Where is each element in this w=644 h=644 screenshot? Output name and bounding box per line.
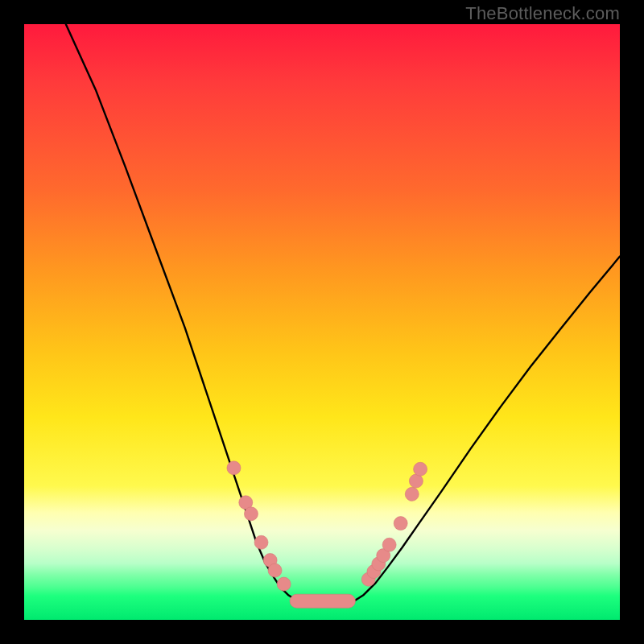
chart-stage: TheBottleneck.com [0, 0, 644, 644]
data-marker [414, 462, 427, 476]
attribution-text: TheBottleneck.com [465, 3, 620, 24]
data-marker [244, 507, 258, 521]
data-marker [227, 461, 241, 475]
plot-area [24, 24, 620, 620]
curve-layer [24, 24, 620, 620]
data-marker [382, 538, 396, 551]
bottleneck-curve [66, 24, 620, 603]
floor-marker [290, 594, 355, 608]
data-marker [409, 474, 423, 488]
data-marker [277, 577, 291, 591]
data-marker [254, 535, 268, 549]
data-marker [394, 517, 407, 530]
data-marker [405, 487, 419, 501]
data-marker [268, 564, 282, 577]
